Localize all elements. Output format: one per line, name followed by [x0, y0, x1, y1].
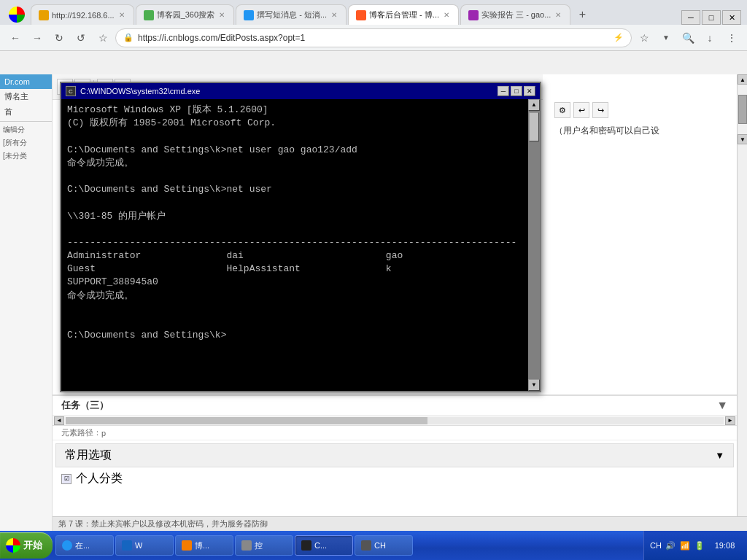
content-scrollbar[interactable]: ▲ ▼ — [737, 74, 747, 531]
h-scroll-left[interactable]: ◄ — [54, 416, 64, 425]
forward-button[interactable]: → — [28, 28, 47, 47]
taskbar-item-control-icon — [241, 540, 252, 551]
h-scrollbar[interactable]: ◄ ► — [53, 416, 737, 426]
tab-4-label: 博客后台管理 - 博... — [369, 9, 439, 20]
downloads-button[interactable]: ↓ — [700, 28, 719, 47]
search-button[interactable]: 🔍 — [678, 28, 697, 47]
menu-button[interactable]: ⋮ — [722, 28, 741, 47]
cmd-line: \\301-85 的用户帐户 — [67, 210, 519, 223]
cmd-line: C:\Documents and Settings\k>net user gao… — [67, 144, 519, 157]
maximize-button[interactable]: □ — [702, 10, 721, 25]
editor-section-2[interactable]: [所有分 — [0, 136, 52, 149]
right-tools: ⚙ ↩ ↪ — [554, 102, 737, 118]
sidebar-divider — [0, 121, 52, 122]
cmd-line: C:\Documents and Settings\k>net user — [67, 183, 519, 196]
task-collapse-icon[interactable]: ▼ — [716, 399, 728, 412]
taskbar-item-blog-icon — [182, 540, 192, 551]
editor-section-3-label: [未分类 — [3, 152, 27, 160]
content-scroll-down-arrow[interactable]: ▼ — [738, 134, 747, 144]
ge-ren-checkbox[interactable]: ☑ — [61, 474, 71, 484]
tool-btn-2[interactable]: ↩ — [573, 102, 589, 118]
home-button[interactable]: ↺ — [71, 28, 90, 47]
tab-5-close[interactable]: ✕ — [554, 10, 562, 20]
sidebar-item-2[interactable]: 首 — [0, 104, 52, 120]
taskbar-item-ie-icon — [62, 540, 72, 551]
h-scroll-track[interactable] — [66, 417, 724, 424]
taskbar-item-control[interactable]: 控 — [235, 535, 293, 556]
tool-btn-3[interactable]: ↪ — [592, 102, 608, 118]
taskbar-items: 在... W 博... 控 C... CH — [55, 535, 643, 556]
cmd-scrollbar[interactable]: ▲ ▼ — [528, 99, 540, 391]
taskbar-item-word[interactable]: W — [115, 535, 174, 556]
start-label: 开始 — [23, 539, 42, 552]
task-three-header: 任务（三） ▼ — [53, 396, 737, 416]
lock-icon: 🔒 — [123, 33, 133, 42]
tray-icon-battery[interactable]: 🔋 — [694, 540, 705, 551]
tool-btn-1[interactable]: ⚙ — [554, 102, 570, 118]
taskbar-item-word-icon — [122, 540, 132, 551]
tab-2-label: 博客园_360搜索 — [157, 9, 214, 20]
cmd-line: Administrator dai gao — [67, 249, 519, 262]
cmd-line — [67, 316, 519, 329]
editor-section-1-label: 编辑分 — [3, 125, 25, 133]
taskbar-item-word-label: W — [135, 541, 142, 550]
h-scroll-right[interactable]: ► — [725, 416, 735, 425]
taskbar-item-blog[interactable]: 博... — [175, 535, 233, 556]
tab-4[interactable]: 博客后台管理 - 博... ✕ — [348, 4, 459, 25]
cmd-line — [67, 130, 519, 143]
cmd-body[interactable]: Microsoft Windows XP [版本 5.1.2600](C) 版权… — [61, 99, 540, 391]
bookmark-star[interactable]: ☆ — [635, 28, 654, 47]
content-scroll-thumb[interactable] — [738, 95, 747, 124]
cmd-line: 命令成功完成。 — [67, 289, 519, 303]
chang-yong-section: 常用选项 ▼ — [55, 443, 734, 467]
cmd-title-bar: C C:\WINDOWS\system32\cmd.exe ─ □ ✕ — [61, 83, 540, 99]
bookmark-button[interactable]: ☆ — [93, 28, 112, 47]
editor-section-1[interactable]: 编辑分 — [0, 123, 52, 136]
tab-1-close[interactable]: ✕ — [117, 10, 126, 20]
close-button[interactable]: ✕ — [722, 10, 741, 25]
taskbar-item-ch[interactable]: CH — [355, 535, 413, 556]
window-controls: ─ □ ✕ — [681, 10, 741, 25]
content-scroll-up-arrow[interactable]: ▲ — [738, 74, 747, 85]
editor-section-3[interactable]: [未分类 — [0, 149, 52, 163]
refresh-button[interactable]: ↻ — [50, 28, 69, 47]
browser-chrome: http://192.168.6... ✕ 博客园_360搜索 ✕ 撰写短消息 … — [0, 0, 747, 51]
cmd-line — [67, 223, 519, 236]
tab-bar: http://192.168.6... ✕ 博客园_360搜索 ✕ 撰写短消息 … — [0, 0, 747, 25]
tab-1[interactable]: http://192.168.6... ✕ — [31, 4, 134, 25]
tab-5[interactable]: 实验报告 三 - gao... ✕ — [460, 4, 570, 25]
start-button[interactable]: 开始 — [0, 532, 53, 559]
cmd-scroll-down[interactable]: ▼ — [528, 379, 540, 391]
taskbar-item-cmd[interactable]: C... — [295, 535, 353, 556]
taskbar-item-ie[interactable]: 在... — [55, 535, 114, 556]
chang-yong-icon[interactable]: ▼ — [715, 450, 724, 461]
taskbar-item-ch-icon — [361, 540, 371, 551]
tab-5-label: 实验报告 三 - gao... — [481, 9, 551, 20]
tab-4-close[interactable]: ✕ — [442, 10, 451, 20]
cmd-scroll-thumb[interactable] — [529, 112, 539, 141]
cmd-minimize[interactable]: ─ — [498, 86, 509, 96]
tray-icon-lang[interactable]: CH — [650, 540, 662, 551]
new-tab-button[interactable]: + — [572, 4, 592, 25]
more-button[interactable]: ▼ — [657, 28, 676, 47]
minimize-button[interactable]: ─ — [681, 10, 700, 25]
cmd-maximize[interactable]: □ — [511, 86, 522, 96]
cmd-close[interactable]: ✕ — [524, 86, 535, 96]
cmd-line: ----------------------------------------… — [67, 236, 519, 249]
h-scroll-thumb[interactable] — [66, 417, 427, 424]
address-bar[interactable]: 🔒 https://i.cnblogs.com/EditPosts.aspx?o… — [115, 28, 632, 47]
tab-3-label: 撰写短消息 - 短淌... — [257, 9, 327, 20]
tab-2-close[interactable]: ✕ — [217, 10, 226, 20]
tab-2[interactable]: 博客园_360搜索 ✕ — [136, 4, 234, 25]
tray-icon-volume[interactable]: 🔊 — [665, 540, 676, 551]
tray-icon-network[interactable]: 📶 — [679, 540, 691, 551]
sidebar-item-1[interactable]: 博名主 — [0, 89, 52, 104]
tab-3-favicon — [244, 10, 254, 20]
taskbar-item-cmd-icon — [301, 540, 311, 551]
tab-3-close[interactable]: ✕ — [330, 10, 338, 20]
cmd-scroll-up[interactable]: ▲ — [528, 99, 540, 111]
back-button[interactable]: ← — [6, 28, 25, 47]
tab-3[interactable]: 撰写短消息 - 短淌... ✕ — [236, 4, 347, 25]
task-three-label: 任务（三） — [61, 399, 109, 412]
cmd-line: (C) 版权所有 1985-2001 Microsoft Corp. — [67, 117, 519, 130]
